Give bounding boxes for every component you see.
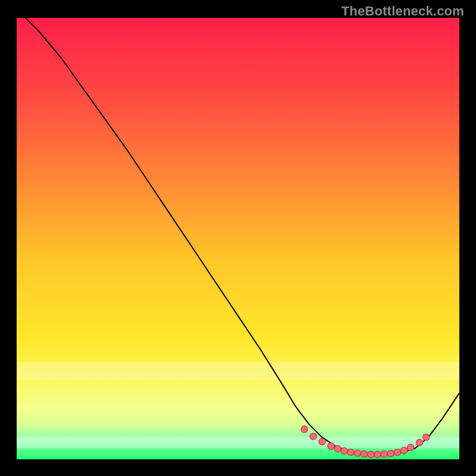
trough-marker [301, 426, 308, 433]
trough-marker [361, 451, 367, 458]
chart-svg [17, 18, 459, 459]
trough-marker [381, 451, 387, 458]
trough-marker [334, 446, 341, 452]
attribution-label: TheBottleneck.com [342, 4, 464, 19]
glow-band-upper [17, 362, 459, 380]
trough-marker [347, 449, 354, 456]
glow-band-lower [17, 437, 459, 449]
trough-marker [319, 439, 325, 445]
plot-area [17, 18, 459, 459]
trough-marker [368, 451, 374, 458]
trough-marker [310, 433, 317, 440]
trough-marker [423, 434, 430, 440]
trough-marker [354, 450, 361, 456]
trough-marker [416, 439, 422, 446]
gradient-background [17, 18, 459, 459]
trough-marker [394, 449, 400, 456]
trough-marker [374, 451, 381, 458]
trough-marker [328, 443, 334, 449]
chart-root: TheBottleneck.com [0, 0, 476, 476]
trough-marker [400, 447, 407, 454]
trough-marker [408, 444, 414, 450]
trough-marker [387, 450, 394, 457]
trough-marker [341, 447, 347, 454]
